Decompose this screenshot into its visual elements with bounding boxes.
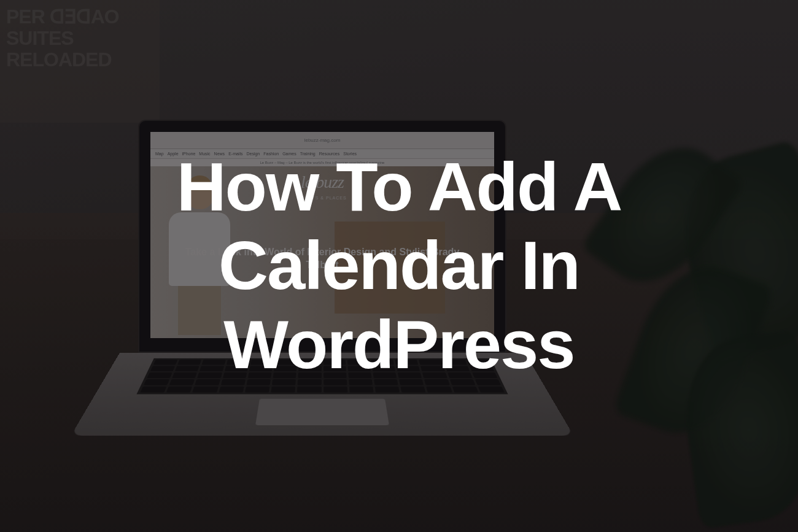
main-title: How To Add A Calendar In WordPress [40, 147, 758, 384]
